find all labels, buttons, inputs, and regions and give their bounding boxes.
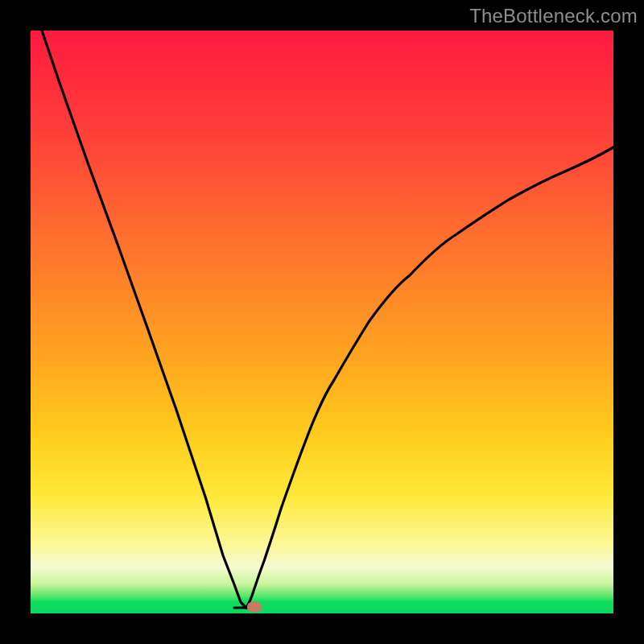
plot-area bbox=[31, 31, 613, 613]
curve-left bbox=[42, 31, 246, 608]
min-point-marker bbox=[247, 602, 262, 613]
curve-right bbox=[246, 147, 613, 608]
curve-svg bbox=[31, 31, 613, 613]
chart-frame: TheBottleneck.com bbox=[0, 0, 644, 644]
watermark-text: TheBottleneck.com bbox=[469, 5, 638, 27]
